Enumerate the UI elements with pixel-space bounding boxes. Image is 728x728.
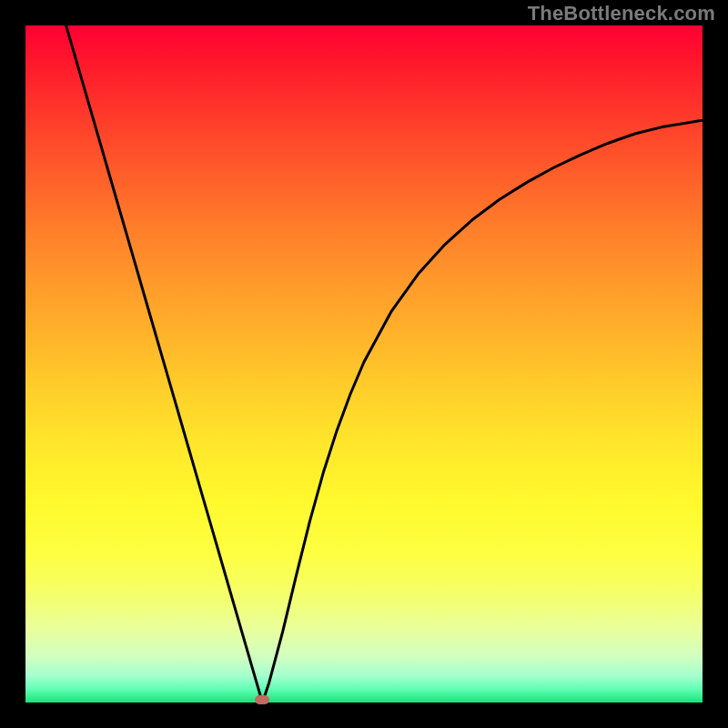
gradient-plot-area (25, 25, 703, 703)
watermark-text: TheBottleneck.com (528, 2, 715, 25)
chart-frame: TheBottleneck.com (0, 0, 728, 728)
minimum-marker (255, 695, 269, 704)
